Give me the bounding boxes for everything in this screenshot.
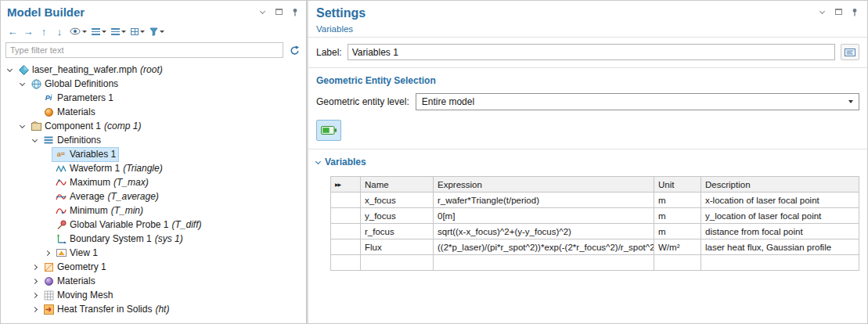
expand-toggle[interactable]: [29, 265, 40, 269]
tree-item-geometry-1[interactable]: Geometry 1: [1, 260, 306, 274]
tree-item-waveform-1[interactable]: Waveform 1 (Triangle): [1, 161, 306, 175]
tree-item-component-materials[interactable]: Materials: [1, 274, 306, 288]
expression-cell[interactable]: [434, 255, 654, 271]
description-cell[interactable]: [701, 255, 859, 271]
node-display-button[interactable]: [129, 24, 146, 39]
expression-cell[interactable]: sqrt((x-x_focus)^2+(y-y_focus)^2): [434, 224, 654, 239]
expression-cell[interactable]: 0[m]: [434, 208, 654, 224]
back-button[interactable]: ←: [5, 24, 20, 39]
move-down-button[interactable]: ↓: [52, 24, 67, 39]
description-cell[interactable]: y_location of laser focal point: [701, 208, 859, 224]
tree-item-view-1[interactable]: View 1: [1, 246, 306, 260]
tree-item-label: Minimum: [70, 205, 108, 216]
tree-item-boundary-system-1[interactable]: Boundary System 1 (sys 1): [1, 232, 306, 246]
minimum-icon: [55, 205, 67, 216]
chevron-down-icon: [82, 31, 87, 33]
expand-toggle[interactable]: [29, 139, 40, 142]
name-cell[interactable]: x_focus: [361, 193, 434, 208]
expand-toggle[interactable]: [16, 83, 27, 85]
grid-icon: [131, 28, 139, 35]
description-cell[interactable]: laser heat flux, Gaussian profile: [701, 239, 859, 255]
float-panel-icon[interactable]: [274, 7, 283, 16]
move-up-button[interactable]: ↑: [37, 24, 51, 39]
chevron-down-icon: [140, 31, 145, 33]
show-menu-button[interactable]: [68, 24, 88, 39]
tree-item-root[interactable]: laser_heating_wafer.mph (root): [1, 63, 306, 77]
name-cell[interactable]: Flux: [361, 239, 434, 255]
chevron-down-icon: [160, 31, 164, 33]
unit-cell[interactable]: W/m²: [654, 239, 701, 255]
tree-item-maximum[interactable]: Maximum (T_max): [1, 175, 306, 189]
unit-cell[interactable]: m: [654, 224, 701, 239]
expand-toggle[interactable]: [29, 308, 40, 311]
tree-item-suffix: (T_average): [107, 191, 158, 202]
node-order-button[interactable]: [110, 24, 128, 39]
expand-toggle[interactable]: [4, 69, 15, 71]
expand-toggle[interactable]: [41, 251, 52, 255]
column-header-name: Name: [361, 177, 434, 193]
settings-header: Settings Variables: [308, 1, 867, 37]
row-marker-cell[interactable]: [331, 193, 361, 208]
tree-item-label: Maximum: [70, 177, 110, 188]
active-selection-toggle[interactable]: [316, 120, 341, 141]
expression-cell[interactable]: r_wafer*Triangle(t/period): [434, 193, 654, 208]
pin-panel-icon[interactable]: [850, 7, 859, 16]
tree-item-average[interactable]: Average (T_average): [1, 189, 306, 203]
tree-item-suffix: (comp 1): [104, 121, 141, 131]
tree-item-parameters-1[interactable]: Pi Parameters 1: [1, 91, 306, 105]
pin-panel-icon[interactable]: [290, 7, 300, 16]
tree-item-heat-transfer-in-solids[interactable]: Heat Transfer in Solids (ht): [1, 302, 306, 316]
minimize-panel-icon[interactable]: [258, 7, 267, 16]
tree-item-global-definitions[interactable]: Global Definitions: [1, 77, 306, 91]
unit-cell[interactable]: m: [654, 208, 701, 224]
model-tree-settings-button[interactable]: [148, 24, 166, 39]
tree-item-variables-1[interactable]: a= Variables 1: [1, 147, 306, 161]
chevron-down-icon: [121, 31, 126, 33]
tree-item-definitions[interactable]: Definitions: [1, 133, 306, 147]
tree-item-minimum[interactable]: Minimum (T_min): [1, 203, 306, 218]
tree-item-label: Component 1: [45, 121, 101, 131]
mesh-icon: [42, 290, 55, 301]
expand-toggle[interactable]: [29, 279, 40, 283]
refresh-icon[interactable]: [287, 45, 301, 56]
tree-item-moving-mesh[interactable]: Moving Mesh: [1, 288, 306, 302]
float-panel-icon[interactable]: [834, 7, 843, 16]
description-cell[interactable]: x-location of laser focal point: [701, 193, 859, 208]
expand-toggle[interactable]: [29, 293, 40, 297]
expression-cell[interactable]: ((2*p_laser)/(pi*r_spot^2))*exp(-(2*r_fo…: [434, 239, 654, 255]
entity-level-dropdown[interactable]: Entire model: [416, 93, 859, 110]
tree-item-label: Geometry 1: [57, 261, 106, 272]
row-marker-cell[interactable]: [331, 224, 361, 239]
component-icon: [30, 121, 42, 131]
tree-item-label: Average: [70, 191, 104, 202]
row-marker-cell[interactable]: [331, 255, 361, 271]
name-cell[interactable]: r_focus: [361, 224, 434, 239]
forward-button[interactable]: →: [21, 24, 35, 39]
tree-item-label: Variables 1: [70, 149, 116, 160]
variables-table: ▶▶ Name Expression Unit Description x_fo…: [330, 176, 859, 271]
name-cell[interactable]: y_focus: [361, 208, 434, 224]
minimize-panel-icon[interactable]: [817, 7, 827, 16]
down-icon: ↓: [57, 27, 63, 37]
row-marker-cell[interactable]: [331, 239, 361, 255]
label-field-label: Label:: [316, 47, 342, 58]
name-cell[interactable]: [361, 255, 434, 271]
section-variables[interactable]: Variables: [308, 149, 867, 171]
filter-input[interactable]: [5, 42, 283, 58]
unit-cell[interactable]: m: [654, 193, 701, 208]
globe-icon: [30, 78, 42, 89]
rename-button[interactable]: [841, 44, 859, 60]
tree-item-global-materials[interactable]: Materials: [1, 105, 306, 119]
tree-item-global-variable-probe-1[interactable]: Global Variable Probe 1 (T_diff): [1, 218, 306, 232]
row-marker-cell[interactable]: [331, 208, 361, 224]
expand-toggle[interactable]: [16, 125, 27, 128]
window-controls: [817, 7, 859, 16]
tree-item-suffix: (root): [140, 64, 163, 75]
collapse-all-button[interactable]: [90, 24, 108, 39]
tree-item-component-1[interactable]: Component 1 (comp 1): [1, 119, 306, 133]
description-cell[interactable]: distance from focal point: [701, 224, 859, 239]
label-input[interactable]: [348, 44, 835, 60]
unit-cell[interactable]: [654, 255, 701, 271]
list-icon: [92, 28, 100, 35]
section-geometric-entity-selection[interactable]: Geometric Entity Selection: [308, 68, 867, 90]
